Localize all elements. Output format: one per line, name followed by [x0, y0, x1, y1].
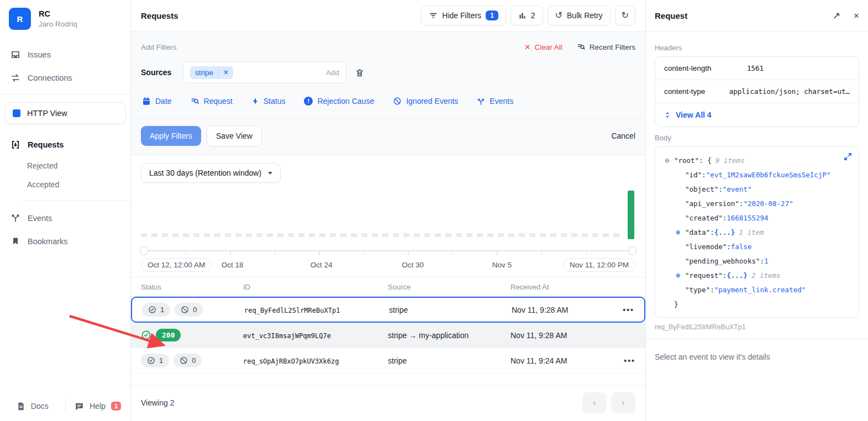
- column-source[interactable]: Source: [388, 283, 511, 291]
- sidebar-item-events[interactable]: Events: [0, 207, 130, 230]
- workspace-name: RC: [39, 9, 77, 18]
- json-line: "livemode" : false: [663, 240, 851, 254]
- clear-all-label: Clear All: [534, 43, 562, 51]
- search-list-icon: [191, 97, 199, 106]
- sidebar-item-issues[interactable]: Issues: [0, 43, 130, 66]
- json-line: "api_version" : "2020-08-27": [663, 197, 851, 211]
- close-icon[interactable]: ×: [854, 11, 859, 20]
- remove-source-icon[interactable]: ✕: [219, 66, 233, 78]
- apply-filters-button[interactable]: Apply Filters: [141, 126, 201, 146]
- row-menu-button[interactable]: •••: [623, 306, 634, 314]
- body-json-card: ⊖ "root" : { 9 items "id" : "evt_1M2sawE…: [655, 146, 859, 318]
- refresh-button[interactable]: ↻: [615, 6, 635, 25]
- save-view-button[interactable]: Save View: [207, 125, 262, 146]
- fork-icon: [10, 213, 20, 223]
- fork-icon: [477, 97, 485, 106]
- body-section-label: Body: [655, 134, 859, 142]
- header-row: content-length 1561: [655, 57, 859, 80]
- request-id: req_ByFedlL2SlrMReBuXTp1: [244, 307, 340, 314]
- source-cell: stripe → my-application: [388, 331, 511, 340]
- expand-node-icon[interactable]: ⊕: [674, 225, 682, 240]
- hide-filters-button[interactable]: Hide Filters 1: [421, 6, 506, 25]
- workspace-switcher[interactable]: R RC Jaro Rodriq: [0, 7, 130, 35]
- column-id[interactable]: ID: [243, 283, 388, 291]
- row-menu-button[interactable]: •••: [624, 356, 635, 365]
- expand-json-icon[interactable]: [844, 152, 852, 161]
- recent-filters-button[interactable]: Recent Filters: [577, 43, 635, 51]
- sidebar-item-label: Events: [28, 214, 52, 223]
- delete-sources-filter-button[interactable]: [355, 68, 364, 77]
- panel-request-id: req_ByFedlL2SlrMReBuXTp1: [655, 323, 859, 331]
- recent-filters-label: Recent Filters: [590, 43, 635, 51]
- axis-tick: Oct 24: [311, 261, 333, 269]
- filter-panel: Add Filters ✕ Clear All Recent Filters S…: [131, 31, 645, 155]
- cancel-button[interactable]: Cancel: [611, 131, 635, 140]
- table-row-request-selected[interactable]: 1 0 req_ByFedlL2SlrMReBuXTp1 stripe Nov …: [131, 297, 645, 323]
- sidebar-item-bookmarks[interactable]: Bookmarks: [0, 230, 130, 252]
- bulk-retry-button[interactable]: ↺ Bulk Retry: [548, 6, 611, 25]
- add-filters-label[interactable]: Add Filters: [141, 43, 177, 51]
- filter-chip-label: Events: [490, 97, 513, 106]
- filter-chip-rejection-cause[interactable]: ! Rejection Cause: [304, 97, 374, 106]
- histogram-bar-nov11[interactable]: [628, 191, 634, 239]
- date-range-label: Last 30 days (Retention window): [149, 169, 261, 177]
- sidebar-item-requests[interactable]: Requests: [0, 133, 130, 156]
- slider-track[interactable]: [144, 250, 632, 251]
- user-name: Jaro Rodriq: [39, 20, 77, 28]
- panel-title: Request: [655, 11, 687, 20]
- view-switcher-http-view[interactable]: HTTP View: [4, 102, 126, 124]
- divider: [21, 201, 130, 201]
- headers-section-label: Headers: [655, 44, 859, 52]
- sidebar-item-accepted[interactable]: Accepted: [0, 175, 130, 194]
- bulk-retry-label: Bulk Retry: [567, 11, 603, 20]
- filter-chip-events[interactable]: Events: [477, 97, 513, 106]
- hide-filters-label: Hide Filters: [442, 11, 481, 20]
- view-switcher-label: HTTP View: [27, 109, 67, 118]
- next-page-button[interactable]: ›: [611, 392, 635, 413]
- event-empty-state: Select an event to view it's details: [646, 339, 868, 375]
- sidebar-item-connections[interactable]: Connections: [0, 66, 130, 90]
- toggle-chart-button[interactable]: 2: [511, 6, 543, 25]
- chart-count-label: 2: [531, 11, 535, 20]
- filter-chip-status[interactable]: Status: [251, 97, 286, 106]
- table-row-request[interactable]: 1 0 req_sOpAjRBxO7pkUV3Xk6zg stripe Nov …: [131, 348, 645, 373]
- filter-chip-ignored-events[interactable]: Ignored Events: [393, 97, 458, 106]
- json-line: "type" : "payment_link.created": [663, 283, 851, 297]
- requests-histogram[interactable]: [141, 188, 635, 241]
- bar-chart-icon: [518, 12, 527, 20]
- expand-node-icon[interactable]: ⊕: [674, 269, 682, 283]
- docs-link[interactable]: Docs: [0, 402, 65, 411]
- x-icon: ✕: [524, 43, 530, 51]
- filter-chip-label: Status: [264, 97, 286, 106]
- sidebar-item-label: Connections: [28, 73, 72, 82]
- slider-handle-end[interactable]: [628, 246, 636, 255]
- table-footer: Viewing 2 ‹ ›: [131, 385, 645, 421]
- view-all-headers-button[interactable]: View All 4: [655, 103, 859, 127]
- axis-tick-end: Nov 11, 12:00 PM: [563, 258, 635, 272]
- chevron-down-icon: [268, 172, 272, 175]
- filter-chip-label: Ignored Events: [406, 97, 458, 106]
- axis-tick-start: Oct 12, 12:00 AM: [141, 258, 212, 272]
- bookmark-icon: [10, 236, 20, 246]
- slider-handle-start[interactable]: [140, 246, 148, 255]
- collapse-node-icon[interactable]: ⊖: [663, 154, 671, 168]
- date-range-select[interactable]: Last 30 days (Retention window): [141, 163, 281, 183]
- sources-input[interactable]: stripe ✕ Add: [183, 61, 346, 83]
- filter-chip-date[interactable]: Date: [142, 97, 172, 106]
- filter-chip-label: Rejection Cause: [317, 97, 374, 106]
- prev-page-button[interactable]: ‹: [582, 392, 607, 413]
- column-status[interactable]: Status: [141, 283, 243, 291]
- help-link[interactable]: Help 1: [66, 402, 131, 411]
- header-value: 1561: [747, 64, 764, 72]
- filter-chip-request[interactable]: Request: [191, 97, 233, 106]
- table-header: Status ID Source Received At: [131, 277, 645, 297]
- time-range-slider: [141, 246, 635, 256]
- page-title: Requests: [141, 11, 178, 20]
- viewing-count: Viewing 2: [141, 398, 174, 407]
- table-row-event[interactable]: 200 evt_vc3I8msajWPqm9LQ7e stripe → my-a…: [131, 323, 645, 348]
- exclamation-circle-icon: !: [304, 97, 313, 106]
- clear-all-button[interactable]: ✕ Clear All: [524, 43, 562, 51]
- sidebar-item-rejected[interactable]: Rejected: [0, 156, 130, 175]
- column-received-at[interactable]: Received At: [511, 283, 621, 291]
- open-in-full-icon[interactable]: ↗: [833, 11, 840, 20]
